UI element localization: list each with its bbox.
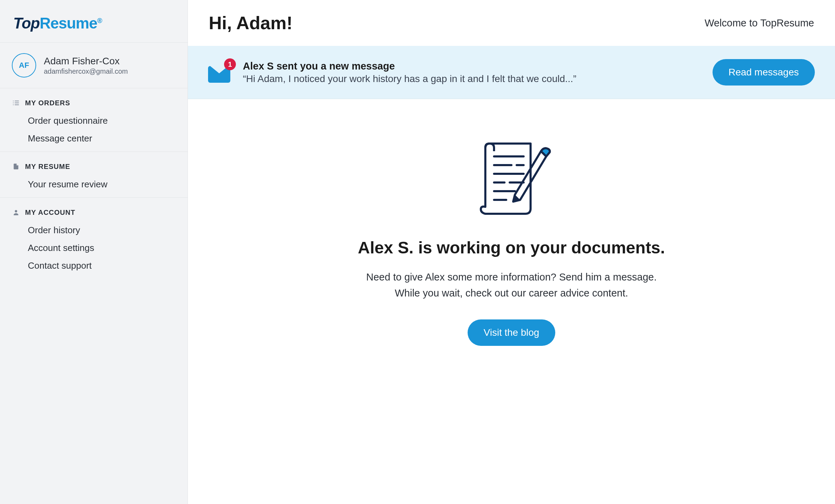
nav-head-orders: My Orders bbox=[0, 99, 188, 112]
nav-section-account: My Account Order history Account setting… bbox=[0, 198, 188, 279]
brand-logo[interactable]: TopResume® bbox=[13, 15, 174, 32]
sidebar: TopResume® AF Adam Fisher-Cox adamfisher… bbox=[0, 0, 188, 504]
profile-block[interactable]: AF Adam Fisher-Cox adamfishercox@gmail.c… bbox=[0, 42, 188, 88]
profile-name: Adam Fisher-Cox bbox=[44, 56, 128, 67]
logo-part1: Top bbox=[13, 15, 40, 32]
nav-head-account: My Account bbox=[0, 208, 188, 221]
list-icon bbox=[12, 99, 20, 107]
notification-banner: 1 Alex S sent you a new message “Hi Adam… bbox=[188, 46, 835, 99]
empty-line1: Need to give Alex some more information?… bbox=[366, 269, 657, 285]
document-illustration bbox=[466, 141, 557, 221]
svg-point-5 bbox=[13, 104, 14, 105]
empty-state-title: Alex S. is working on your documents. bbox=[358, 238, 665, 257]
avatar-initials: AF bbox=[19, 61, 29, 70]
user-icon bbox=[12, 208, 20, 217]
empty-line2: While you wait, check out our career adv… bbox=[366, 285, 657, 301]
nav-section-orders: My Orders Order questionnaire Message ce… bbox=[0, 88, 188, 152]
logo-container: TopResume® bbox=[0, 0, 188, 42]
document-icon bbox=[12, 162, 20, 171]
empty-state: Alex S. is working on your documents. Ne… bbox=[188, 99, 835, 504]
banner-preview: “Hi Adam, I noticed your work history ha… bbox=[243, 73, 702, 84]
notification-badge: 1 bbox=[224, 58, 236, 70]
banner-title: Alex S sent you a new message bbox=[243, 60, 702, 72]
nav-item-resume-review[interactable]: Your resume review bbox=[0, 176, 188, 193]
banner-text: Alex S sent you a new message “Hi Adam, … bbox=[243, 60, 702, 84]
nav-head-resume-label: My Resume bbox=[25, 163, 70, 171]
nav-head-resume: My Resume bbox=[0, 162, 188, 176]
logo-registered: ® bbox=[97, 17, 102, 24]
welcome-text: Welcome to TopResume bbox=[705, 17, 814, 29]
svg-point-4 bbox=[13, 103, 14, 103]
nav-item-account-settings[interactable]: Account settings bbox=[0, 239, 188, 257]
nav-item-order-history[interactable]: Order history bbox=[0, 221, 188, 239]
envelope-icon: 1 bbox=[208, 62, 232, 83]
nav-section-resume: My Resume Your resume review bbox=[0, 152, 188, 198]
nav-item-contact-support[interactable]: Contact support bbox=[0, 257, 188, 275]
main-content: Hi, Adam! Welcome to TopResume 1 Alex S … bbox=[188, 0, 835, 504]
greeting-title: Hi, Adam! bbox=[209, 13, 293, 33]
nav-head-account-label: My Account bbox=[25, 209, 75, 217]
page-header: Hi, Adam! Welcome to TopResume bbox=[188, 0, 835, 46]
logo-part2: Resume bbox=[40, 15, 97, 32]
nav-head-orders-label: My Orders bbox=[25, 99, 70, 107]
profile-email: adamfishercox@gmail.com bbox=[44, 67, 128, 75]
svg-point-6 bbox=[15, 210, 17, 212]
visit-blog-button[interactable]: Visit the blog bbox=[468, 319, 555, 346]
avatar: AF bbox=[12, 53, 36, 78]
read-messages-button[interactable]: Read messages bbox=[713, 59, 815, 86]
empty-state-subtitle: Need to give Alex some more information?… bbox=[366, 269, 657, 301]
svg-point-3 bbox=[13, 100, 14, 101]
nav-item-order-questionnaire[interactable]: Order questionnaire bbox=[0, 112, 188, 130]
nav-item-message-center[interactable]: Message center bbox=[0, 130, 188, 147]
profile-text: Adam Fisher-Cox adamfishercox@gmail.com bbox=[44, 56, 128, 75]
